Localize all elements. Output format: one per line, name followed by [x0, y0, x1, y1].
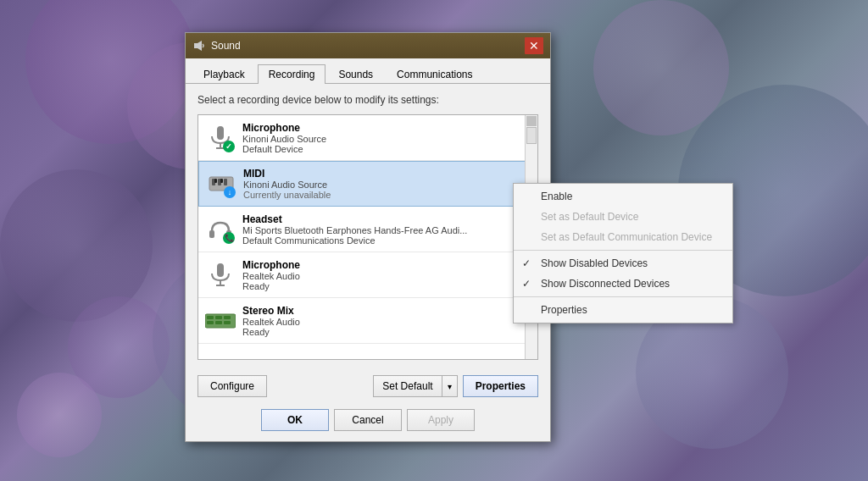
svg-rect-18	[215, 316, 222, 319]
dialog-footer: Configure Set Default ▾ Properties	[186, 368, 550, 404]
set-default-button[interactable]: Set Default	[373, 375, 441, 397]
tab-playback[interactable]: Playback	[192, 64, 256, 84]
device-name: Headset	[242, 213, 531, 225]
device-info-microphone-realtek: Microphone Realtek Audio Ready	[242, 259, 531, 291]
svg-rect-13	[217, 263, 224, 277]
dialog-body: Select a recording device below to modif…	[186, 84, 550, 368]
device-status: Ready	[242, 327, 531, 337]
badge-blue-down: ↓	[224, 186, 236, 198]
context-separator-1	[514, 250, 732, 251]
apply-button[interactable]: Apply	[407, 409, 475, 431]
device-name: Stereo Mix	[242, 305, 531, 317]
svg-rect-9	[214, 179, 217, 183]
checkmark-show-disabled: ✓	[522, 257, 531, 269]
context-separator-2	[514, 296, 732, 297]
device-status: Default Communications Device	[242, 235, 531, 246]
device-name: Microphone	[242, 122, 531, 134]
device-info-headset: Headset Mi Sports Bluetooth Earphones Ha…	[242, 213, 531, 246]
device-status: Ready	[242, 281, 531, 291]
tabs-container: Playback Recording Sounds Communications	[186, 58, 550, 84]
device-item-stereo-mix[interactable]: Stereo Mix Realtek Audio Ready	[198, 298, 537, 344]
configure-button[interactable]: Configure	[198, 375, 267, 397]
device-icon-midi: ↓	[206, 169, 236, 199]
device-name: MIDI	[243, 168, 530, 180]
context-item-show-disabled[interactable]: ✓ Show Disabled Devices	[514, 253, 732, 274]
device-item-headset[interactable]: 📞 Headset Mi Sports Bluetooth Earphones …	[198, 207, 537, 252]
sound-title-icon	[192, 39, 206, 53]
checkmark-show-disconnected: ✓	[522, 278, 531, 290]
context-item-set-default-comms[interactable]: Set as Default Communication Device	[514, 227, 732, 247]
context-item-set-default[interactable]: Set as Default Device	[514, 207, 732, 227]
set-default-split: Set Default ▾	[373, 375, 457, 397]
context-label: Enable	[541, 191, 572, 202]
context-item-show-disconnected[interactable]: ✓ Show Disconnected Devices	[514, 274, 732, 294]
context-label: Show Disabled Devices	[541, 257, 648, 269]
cancel-button[interactable]: Cancel	[334, 409, 402, 431]
svg-rect-2	[217, 126, 224, 140]
context-label: Properties	[541, 304, 587, 316]
badge-green-phone: 📞	[223, 232, 235, 244]
device-source: Kinoni Audio Source	[243, 180, 530, 190]
ok-button[interactable]: OK	[261, 409, 329, 431]
context-label: Set as Default Device	[541, 211, 638, 223]
svg-rect-11	[209, 230, 214, 238]
context-label: Set as Default Communication Device	[541, 231, 712, 243]
context-label: Show Disconnected Devices	[541, 278, 670, 290]
device-info-stereo-mix: Stereo Mix Realtek Audio Ready	[242, 305, 531, 337]
context-item-properties[interactable]: Properties	[514, 300, 732, 320]
svg-rect-17	[207, 316, 214, 319]
device-source: Mi Sports Bluetooth Earphones Hands-Free…	[242, 225, 531, 235]
context-menu: Enable Set as Default Device Set as Defa…	[513, 183, 733, 323]
dialog-titlebar[interactable]: Sound ✕	[186, 33, 550, 58]
svg-marker-1	[198, 41, 202, 51]
device-info-midi: MIDI Kinoni Audio Source Currently unava…	[243, 168, 530, 200]
device-info-microphone-kinoni: Microphone Kinoni Audio Source Default D…	[242, 122, 531, 154]
svg-rect-10	[220, 179, 223, 183]
svg-rect-21	[215, 321, 222, 324]
svg-rect-8	[224, 179, 227, 185]
properties-button[interactable]: Properties	[463, 375, 538, 397]
device-status: Currently unavailable	[243, 190, 530, 200]
sound-dialog: Sound ✕ Playback Recording Sounds Commun…	[185, 32, 551, 442]
device-item-midi[interactable]: ↓ MIDI Kinoni Audio Source Currently una…	[198, 161, 537, 207]
device-name: Microphone	[242, 259, 531, 271]
context-item-enable[interactable]: Enable	[514, 186, 732, 207]
svg-rect-22	[224, 321, 231, 324]
device-list[interactable]: ✓ Microphone Kinoni Audio Source Default…	[198, 114, 538, 360]
set-default-arrow[interactable]: ▾	[442, 375, 458, 397]
device-source: Realtek Audio	[242, 317, 531, 327]
device-icon-microphone-realtek	[205, 260, 236, 290]
dialog-ok-cancel: OK Cancel Apply	[186, 404, 550, 441]
svg-rect-20	[207, 321, 214, 324]
device-source: Realtek Audio	[242, 271, 531, 281]
svg-rect-19	[224, 316, 231, 319]
tab-communications[interactable]: Communications	[386, 64, 483, 84]
device-item-microphone-realtek[interactable]: Microphone Realtek Audio Ready	[198, 252, 537, 298]
svg-rect-0	[194, 43, 198, 48]
device-status: Default Device	[242, 144, 531, 154]
badge-green-check: ✓	[223, 141, 235, 152]
tab-sounds[interactable]: Sounds	[327, 64, 384, 84]
device-source: Kinoni Audio Source	[242, 134, 531, 144]
device-icon-headset: 📞	[205, 214, 236, 245]
device-icon-microphone-kinoni: ✓	[205, 123, 236, 153]
tab-recording[interactable]: Recording	[258, 64, 326, 84]
dialog-title: Sound	[211, 40, 525, 52]
close-button[interactable]: ✕	[525, 37, 543, 54]
device-icon-stereo-mix	[205, 306, 236, 336]
description-text: Select a recording device below to modif…	[198, 94, 538, 106]
device-item-microphone-kinoni[interactable]: ✓ Microphone Kinoni Audio Source Default…	[198, 115, 537, 161]
